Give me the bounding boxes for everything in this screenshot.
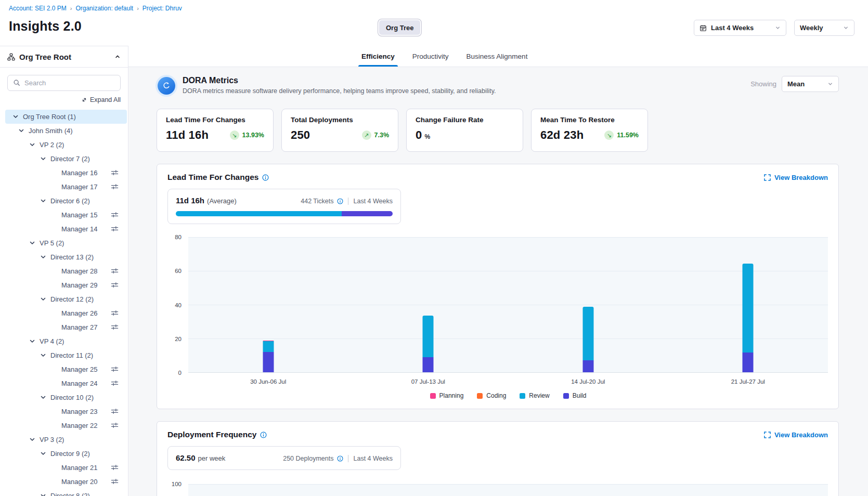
legend-item-build[interactable]: Build: [563, 392, 587, 399]
plot-area: [188, 237, 828, 373]
tree-item-director-8-2[interactable]: Director 8 (2): [0, 489, 128, 496]
chevron-down-icon[interactable]: [39, 254, 47, 260]
legend-swatch: [430, 393, 436, 399]
tree-item-director-10-2[interactable]: Director 10 (2): [0, 390, 128, 404]
info-icon[interactable]: [262, 174, 269, 181]
tree-item-director-11-2[interactable]: Director 11 (2): [0, 348, 128, 362]
lead-time-average-qualifier: (Average): [207, 197, 237, 205]
legend-swatch: [520, 393, 525, 399]
lead-time-view-breakdown-link[interactable]: View Breakdown: [764, 174, 828, 181]
chevron-down-icon[interactable]: [17, 127, 25, 134]
collapse-chevron-up-icon[interactable]: [114, 54, 121, 60]
legend-item-coding[interactable]: Coding: [477, 392, 506, 399]
date-range-select[interactable]: Last 4 Weeks: [694, 20, 786, 36]
stage-progress-bar: [176, 211, 393, 216]
tab-efficiency[interactable]: Efficiency: [358, 46, 398, 67]
filter-sliders-icon[interactable]: [111, 464, 119, 472]
chevron-down-icon: [775, 25, 781, 31]
info-icon[interactable]: [260, 432, 267, 438]
tree-item-vp-3-2[interactable]: VP 3 (2): [0, 433, 128, 447]
chevron-down-icon[interactable]: [28, 141, 36, 148]
chevron-down-icon[interactable]: [39, 450, 47, 456]
chevron-down-icon[interactable]: [28, 240, 36, 246]
tree-item-org-tree-root-1[interactable]: Org Tree Root (1): [5, 110, 127, 124]
tree-item-director-12-2[interactable]: Director 12 (2): [0, 292, 128, 306]
tree-item-director-13-2[interactable]: Director 13 (2): [0, 250, 128, 264]
filter-sliders-icon[interactable]: [111, 408, 119, 415]
tree-item-director-7-2[interactable]: Director 7 (2): [0, 152, 128, 166]
filter-sliders-icon[interactable]: [111, 225, 119, 233]
filter-sliders-icon[interactable]: [111, 267, 119, 275]
trend-down-icon: ↘: [604, 130, 614, 140]
chevron-down-icon[interactable]: [39, 155, 47, 162]
filter-sliders-icon[interactable]: [111, 422, 119, 429]
chart-legend: PlanningCodingReviewBuild: [188, 392, 828, 399]
tab-business-alignment[interactable]: Business Alignment: [463, 46, 531, 67]
breadcrumb-link[interactable]: Organization: default: [75, 5, 133, 12]
filter-sliders-icon[interactable]: [111, 380, 119, 387]
tree-item-manager-20[interactable]: Manager 20: [0, 475, 128, 489]
tree-item-vp-4-2[interactable]: VP 4 (2): [0, 334, 128, 348]
filter-sliders-icon[interactable]: [111, 169, 119, 177]
filter-sliders-icon[interactable]: [111, 366, 119, 373]
info-icon[interactable]: [337, 198, 343, 204]
range-text: Last 4 Weeks: [353, 198, 393, 205]
chevron-down-icon[interactable]: [39, 296, 47, 302]
filter-sliders-icon[interactable]: [111, 183, 119, 191]
legend-item-review[interactable]: Review: [520, 392, 549, 399]
org-tree-button[interactable]: Org Tree: [378, 19, 421, 36]
metric-card-total-deployments: Total Deployments250↗7.3%: [281, 109, 398, 152]
breadcrumb-separator: ›: [70, 5, 72, 11]
dora-header: DORA Metrics DORA metrics measure softwa…: [157, 76, 839, 95]
tree-item-manager-26[interactable]: Manager 26: [0, 306, 128, 320]
tree-item-director-9-2[interactable]: Director 9 (2): [0, 447, 128, 461]
breadcrumb-link[interactable]: Project: Dhruv: [142, 5, 182, 12]
tree-item-manager-25[interactable]: Manager 25: [0, 362, 128, 376]
filter-sliders-icon[interactable]: [111, 309, 119, 317]
tree-item-director-6-2[interactable]: Director 6 (2): [0, 194, 128, 208]
metric-card-label: Lead Time For Changes: [166, 116, 264, 124]
legend-item-planning[interactable]: Planning: [430, 392, 464, 399]
chevron-down-icon[interactable]: [39, 198, 47, 204]
org-tree-sidebar: Org Tree Root Expand All Org Tree Root (…: [0, 46, 128, 496]
tree-item-manager-27[interactable]: Manager 27: [0, 320, 128, 334]
expand-all-button[interactable]: Expand All: [81, 96, 121, 103]
search-input[interactable]: [24, 79, 115, 87]
tab-productivity[interactable]: Productivity: [409, 46, 452, 67]
tree-item-manager-23[interactable]: Manager 23: [0, 404, 128, 419]
tree-item-vp-5-2[interactable]: VP 5 (2): [0, 236, 128, 250]
chevron-down-icon[interactable]: [39, 492, 47, 496]
chevron-down-icon[interactable]: [28, 436, 36, 442]
metric-card-unit: %: [424, 133, 430, 140]
tree-item-manager-14[interactable]: Manager 14: [0, 222, 128, 236]
tree-item-manager-21[interactable]: Manager 21: [0, 461, 128, 475]
tree-item-label: Manager 26: [61, 309, 97, 317]
page-title: Insights 2.0: [9, 19, 82, 34]
tree-item-manager-29[interactable]: Manager 29: [0, 278, 128, 292]
chevron-down-icon[interactable]: [39, 352, 47, 358]
tree-item-john-smith-4[interactable]: John Smith (4): [0, 124, 128, 138]
tree-item-manager-28[interactable]: Manager 28: [0, 264, 128, 278]
tree-item-label: Director 9 (2): [50, 450, 90, 458]
breadcrumb-link[interactable]: Account: SEI 2.0 PM: [9, 5, 67, 12]
deployment-view-breakdown-link[interactable]: View Breakdown: [764, 431, 828, 439]
granularity-select[interactable]: Weekly: [794, 20, 854, 36]
chevron-down-icon[interactable]: [11, 113, 20, 120]
filter-sliders-icon[interactable]: [111, 323, 119, 331]
tree-item-vp-2-2[interactable]: VP 2 (2): [0, 138, 128, 152]
filter-sliders-icon[interactable]: [111, 281, 119, 289]
filter-sliders-icon[interactable]: [111, 211, 119, 219]
chevron-down-icon[interactable]: [39, 394, 47, 400]
tree-item-manager-17[interactable]: Manager 17: [0, 180, 128, 194]
filter-sliders-icon[interactable]: [111, 478, 119, 486]
chevron-down-icon[interactable]: [28, 338, 36, 344]
stacked-bar-3: [582, 307, 593, 372]
main-area: EfficiencyProductivityBusiness Alignment…: [128, 46, 868, 496]
legend-swatch: [563, 393, 569, 399]
info-icon[interactable]: [337, 455, 343, 462]
tree-item-manager-16[interactable]: Manager 16: [0, 166, 128, 180]
tree-item-manager-22[interactable]: Manager 22: [0, 419, 128, 433]
tree-item-manager-24[interactable]: Manager 24: [0, 376, 128, 390]
tree-item-manager-15[interactable]: Manager 15: [0, 208, 128, 222]
aggregation-select[interactable]: Mean: [782, 76, 839, 92]
